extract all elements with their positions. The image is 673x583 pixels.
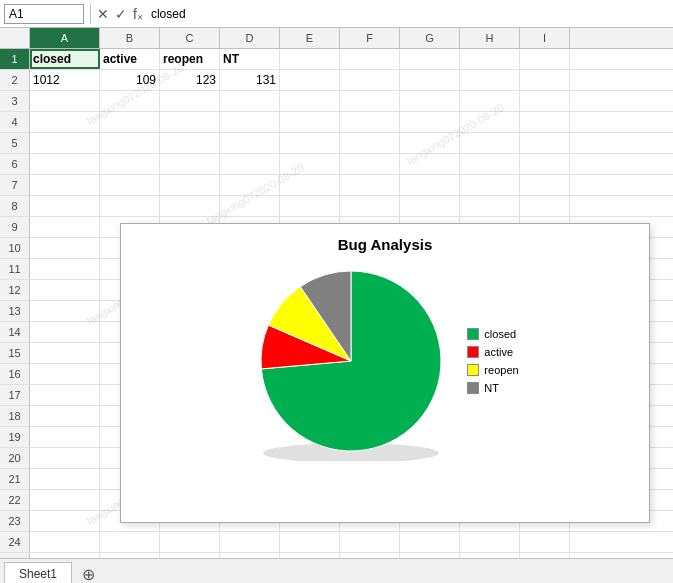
cell[interactable] [30,364,100,384]
cell[interactable] [280,196,340,216]
cell[interactable]: reopen [160,49,220,69]
cell[interactable] [30,280,100,300]
cell[interactable] [30,238,100,258]
cell[interactable] [520,532,570,552]
cell[interactable] [30,196,100,216]
cell[interactable] [30,385,100,405]
cell[interactable] [30,490,100,510]
cell[interactable] [340,532,400,552]
cell[interactable] [100,133,160,153]
cell[interactable] [220,154,280,174]
confirm-icon[interactable]: ✓ [115,6,127,22]
cell[interactable]: 109 [100,70,160,90]
cell[interactable] [220,532,280,552]
cell[interactable] [400,133,460,153]
col-header-f[interactable]: F [340,28,400,48]
cell[interactable] [160,553,220,558]
cell[interactable] [520,70,570,90]
cell[interactable] [280,49,340,69]
cell[interactable]: 131 [220,70,280,90]
cell[interactable] [280,70,340,90]
cell[interactable] [520,49,570,69]
cell[interactable] [460,196,520,216]
cell[interactable] [400,196,460,216]
cell[interactable] [520,133,570,153]
cell[interactable] [30,343,100,363]
cell[interactable] [340,91,400,111]
cell[interactable] [30,112,100,132]
cell[interactable]: 1012 [30,70,100,90]
cell[interactable] [30,406,100,426]
cell[interactable] [400,553,460,558]
cell[interactable] [30,322,100,342]
cell[interactable] [340,196,400,216]
cell[interactable] [30,133,100,153]
col-header-b[interactable]: B [100,28,160,48]
col-header-g[interactable]: G [400,28,460,48]
cell[interactable] [460,553,520,558]
cell[interactable] [400,91,460,111]
cell[interactable] [400,532,460,552]
cell[interactable] [30,427,100,447]
cell[interactable] [400,49,460,69]
col-header-h[interactable]: H [460,28,520,48]
cell[interactable]: NT [220,49,280,69]
cell[interactable] [220,112,280,132]
cell[interactable] [400,112,460,132]
cell[interactable] [280,532,340,552]
cell[interactable] [460,175,520,195]
cell[interactable] [100,112,160,132]
cell[interactable] [460,133,520,153]
cell[interactable] [460,91,520,111]
name-box[interactable] [4,4,84,24]
cell[interactable] [460,49,520,69]
cell[interactable] [100,532,160,552]
cell[interactable] [160,196,220,216]
cell[interactable] [520,553,570,558]
cancel-icon[interactable]: ✕ [97,6,109,22]
cell[interactable] [520,196,570,216]
cell[interactable] [160,532,220,552]
cell[interactable] [340,175,400,195]
add-sheet-button[interactable]: ⊕ [78,564,98,583]
sheet-tab-1[interactable]: Sheet1 [4,562,72,583]
cell[interactable] [340,553,400,558]
cell[interactable] [220,553,280,558]
cell[interactable] [340,70,400,90]
col-header-a[interactable]: A [30,28,100,48]
cell[interactable] [280,175,340,195]
cell[interactable] [280,154,340,174]
cell[interactable] [160,154,220,174]
cell[interactable] [460,532,520,552]
cell[interactable]: active [100,49,160,69]
cell[interactable] [340,112,400,132]
cell[interactable] [220,133,280,153]
cell[interactable] [280,91,340,111]
cell[interactable] [30,448,100,468]
cell[interactable] [340,133,400,153]
cell[interactable] [520,91,570,111]
cell[interactable] [280,112,340,132]
cell[interactable] [400,154,460,174]
cell[interactable] [520,175,570,195]
cell[interactable] [160,133,220,153]
cell[interactable] [400,70,460,90]
cell[interactable] [100,91,160,111]
cell[interactable] [280,133,340,153]
col-header-e[interactable]: E [280,28,340,48]
cell[interactable] [340,49,400,69]
cell[interactable] [460,112,520,132]
cell[interactable] [340,154,400,174]
cell[interactable] [400,175,460,195]
cell[interactable] [30,469,100,489]
cell[interactable] [160,91,220,111]
cell[interactable] [30,217,100,237]
cell[interactable] [100,154,160,174]
col-header-d[interactable]: D [220,28,280,48]
cell[interactable] [30,511,100,531]
col-header-c[interactable]: C [160,28,220,48]
cell[interactable] [30,259,100,279]
cell[interactable] [160,112,220,132]
cell[interactable] [30,175,100,195]
cell[interactable] [280,553,340,558]
